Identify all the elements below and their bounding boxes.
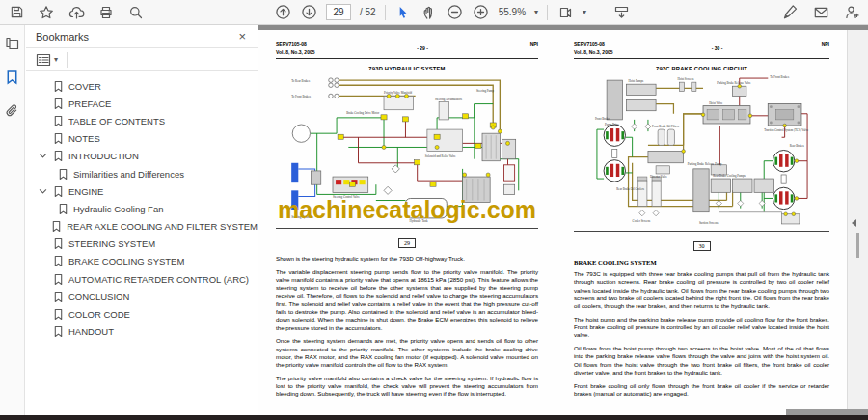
svg-text:Front Brake Oil Filters: Front Brake Oil Filters xyxy=(652,125,680,128)
bookmark-item[interactable]: REAR AXLE COOLING AND FILTER SYSTEM xyxy=(38,218,258,236)
bookmarks-panel: Bookmarks × ▾ COVER PREFACE TABLE OF CON… xyxy=(26,25,258,415)
svg-text:To Front Brakes: To Front Brakes xyxy=(291,95,312,98)
print-icon[interactable] xyxy=(97,4,115,21)
bookmark-item[interactable]: BRAKE COOLING SYSTEM xyxy=(38,253,258,270)
svg-text:Rear Brake Oil Coolers: Rear Brake Oil Coolers xyxy=(616,187,644,191)
bookmark-options-icon[interactable] xyxy=(36,53,51,67)
bookmark-options-caret-icon[interactable]: ▾ xyxy=(54,56,58,64)
corner-label: NPI xyxy=(822,42,829,49)
chevron-down-icon[interactable] xyxy=(39,152,47,160)
bookmark-item[interactable]: PREFACE xyxy=(38,95,258,112)
svg-text:Hoist Screens: Hoist Screens xyxy=(677,77,694,81)
toolbar: / 52 55.9% ▾ ▾ xyxy=(0,0,868,25)
svg-text:Hoist Valve: Hoist Valve xyxy=(709,101,723,105)
figure-number-box: 30 xyxy=(693,241,711,251)
fit-width-icon[interactable] xyxy=(612,4,630,21)
bookmark-item[interactable]: HANDOUT xyxy=(38,323,258,341)
svg-text:Brake Cooling Drive Motor: Brake Cooling Drive Motor xyxy=(346,111,379,115)
page-body-text: Shown is the steering hydraulic system f… xyxy=(276,255,538,399)
svg-text:To Front Brakes: To Front Brakes xyxy=(770,75,790,79)
diagram-title: 793D HYDRAULIC SYSTEM xyxy=(258,66,556,71)
select-tool-icon[interactable] xyxy=(394,4,412,21)
bookmark-item[interactable]: INTRODUCTION xyxy=(38,148,258,165)
svg-text:Diverter Valve: Diverter Valve xyxy=(649,175,666,179)
section-heading: BRAKE COOLING SYSTEM xyxy=(574,259,829,266)
panel-separator xyxy=(67,52,68,68)
svg-text:Suction Screens: Suction Screens xyxy=(698,221,718,225)
account-icon[interactable] xyxy=(843,4,860,21)
diagram-title: 793C BRAKE COOLING CIRCUIT xyxy=(556,66,847,71)
save-icon[interactable] xyxy=(8,4,25,21)
svg-text:Solenoid and Relief Valve: Solenoid and Relief Valve xyxy=(424,154,455,158)
hand-tool-icon[interactable] xyxy=(420,4,438,21)
page-header: SERV7105-08Vol. 8, No.3, 2005 - 30 - NPI xyxy=(574,42,829,59)
pdf-reader-window: / 52 55.9% ▾ ▾ Bookmarks × xyxy=(0,0,868,420)
footer-rule xyxy=(574,231,829,232)
svg-text:Steering Accumulators: Steering Accumulators xyxy=(435,98,463,101)
taskbar-edge xyxy=(0,415,868,420)
zoom-level-value[interactable]: 55.9% xyxy=(499,7,526,17)
previous-page-icon[interactable] xyxy=(274,4,291,21)
brake-cooling-diagram: Pump Drive Hoist Pumps Hoist Screens Par… xyxy=(586,74,818,227)
fill-sign-icon[interactable] xyxy=(781,4,799,21)
svg-text:Hoist Pumps: Hoist Pumps xyxy=(628,79,643,83)
page-number-label: - 30 - xyxy=(712,45,723,53)
page-body-text: The 793C is equipped with three rear bra… xyxy=(574,270,829,398)
send-mail-icon[interactable] xyxy=(812,4,829,21)
bookmark-tree: COVER PREFACE TABLE OF CONTENTS NOTES IN… xyxy=(26,71,258,341)
close-panel-icon[interactable]: × xyxy=(238,29,246,43)
corner-label: NPI xyxy=(530,42,538,49)
share-upload-icon[interactable] xyxy=(68,4,85,21)
page-total-label: / 52 xyxy=(360,7,376,17)
watermark-text: machinecatalogic.com xyxy=(258,196,556,224)
svg-text:Rear Brakes: Rear Brakes xyxy=(789,144,804,148)
page-number-input[interactable] xyxy=(326,4,351,20)
bookmark-item[interactable]: TABLE OF CONTENTS xyxy=(38,112,258,129)
footer-rule xyxy=(276,228,538,229)
bookmark-item[interactable]: ENGINE xyxy=(38,182,258,200)
chevron-down-icon[interactable] xyxy=(39,187,47,196)
bookmark-item[interactable]: STEERING SYSTEM xyxy=(38,236,258,253)
collapse-panel-arrow-icon[interactable] xyxy=(852,219,856,227)
attachments-icon[interactable] xyxy=(3,101,22,121)
bookmark-item[interactable]: CONCLUSION xyxy=(38,288,258,305)
zoom-dropdown-caret-icon[interactable]: ▾ xyxy=(534,9,538,16)
bookmark-item[interactable]: COVER xyxy=(38,77,258,95)
svg-text:Front Brakes: Front Brakes xyxy=(594,117,610,121)
bookmark-item-child[interactable]: Similarities and Differences xyxy=(38,165,258,182)
bookmark-item[interactable]: COLOR CODE xyxy=(38,305,258,322)
front-brakes xyxy=(604,125,625,182)
document-viewport[interactable]: SERV7105-08Vol. 8, No.3, 2005 - 29 - NPI… xyxy=(258,25,868,415)
bookmark-item[interactable]: NOTES xyxy=(38,130,258,148)
svg-text:Cooler Screens: Cooler Screens xyxy=(632,219,650,223)
page-display-icon[interactable] xyxy=(556,4,574,21)
svg-text:Parking Brake Release Valve: Parking Brake Release Valve xyxy=(717,81,751,85)
document-page-30: SERV7105-08Vol. 8, No.3, 2005 - 30 - NPI… xyxy=(556,30,847,415)
svg-text:Pump Drive: Pump Drive xyxy=(605,123,619,126)
bookmark-item-child[interactable]: Hydraulic Cooling Fan xyxy=(38,200,258,217)
scrollbar-thumb[interactable] xyxy=(856,233,859,258)
figure-number-box: 29 xyxy=(398,238,416,248)
rear-brakes xyxy=(773,150,794,209)
navigation-rail xyxy=(0,25,25,415)
page-header: SERV7105-08Vol. 8, No.3, 2005 - 29 - NPI xyxy=(276,42,538,59)
bookmark-item[interactable]: AUTOMATIC RETARDER CONTROL (ARC) xyxy=(38,270,258,288)
page-number-label: - 29 - xyxy=(417,45,428,53)
svg-text:Priority Valve Manifold: Priority Valve Manifold xyxy=(384,91,413,95)
page-display-caret-icon[interactable]: ▾ xyxy=(583,9,586,16)
zoom-in-icon[interactable] xyxy=(473,4,490,21)
toolbar-separator xyxy=(547,5,548,20)
next-page-icon[interactable] xyxy=(300,4,317,21)
bookmarks-panel-title: Bookmarks xyxy=(36,31,89,42)
page-thumbnails-icon[interactable] xyxy=(3,34,22,53)
bookmarks-panel-icon[interactable] xyxy=(3,68,22,87)
star-icon[interactable] xyxy=(38,4,55,21)
search-icon[interactable] xyxy=(127,4,145,21)
document-page-29: SERV7105-08Vol. 8, No.3, 2005 - 29 - NPI… xyxy=(258,30,556,415)
zoom-out-icon[interactable] xyxy=(447,4,464,21)
svg-text:Rear Brake Cooling Pumps: Rear Brake Cooling Pumps xyxy=(713,174,746,178)
svg-text:Steering Pump: Steering Pump xyxy=(475,89,494,93)
toolbar-separator xyxy=(385,5,386,20)
svg-text:To Rear Brakes: To Rear Brakes xyxy=(291,79,311,83)
vertical-scrollbar[interactable] xyxy=(847,30,868,415)
